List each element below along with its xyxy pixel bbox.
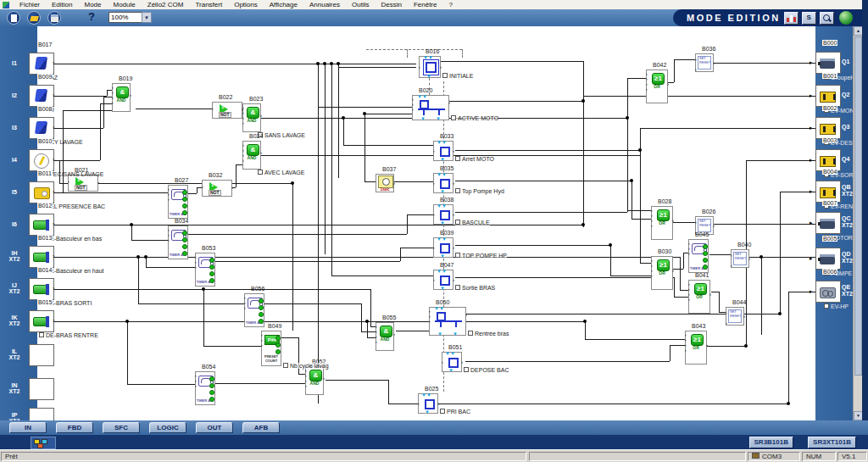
output-block-q1[interactable] xyxy=(815,52,841,74)
menu-item-fichier[interactable]: Fichier xyxy=(14,1,46,8)
fbd-block-B019[interactable]: ››››&AND› xyxy=(112,83,131,112)
menu-item--[interactable]: ? xyxy=(442,1,458,8)
fbd-block-B040[interactable]: SETRESET››› xyxy=(731,249,749,268)
fbd-block-B044[interactable]: SETRESET››› xyxy=(726,307,744,326)
tab-in[interactable]: IN xyxy=(9,422,47,433)
menu-item-edition[interactable]: Edition xyxy=(46,1,78,8)
tab-sfc[interactable]: SFC xyxy=(103,422,140,433)
menu-item-outils[interactable]: Outils xyxy=(346,1,375,8)
wire-segment xyxy=(364,114,412,114)
module-button-sr3b101b[interactable]: SR3B101B xyxy=(749,437,793,448)
fbd-block-B050[interactable]: ▼▼▼▼›››› xyxy=(429,307,466,336)
zoom-tool-icon[interactable] xyxy=(820,12,834,25)
module-button-sr3xt101b[interactable]: SR3XT101B xyxy=(808,437,856,448)
menu-item-transfert[interactable]: Transfert xyxy=(189,1,228,8)
fbd-block-B053[interactable]: ›››TIMER A-C xyxy=(195,253,215,287)
menu-item-z-lio2-com[interactable]: Zélio2 COM xyxy=(142,1,190,8)
fbd-block-B032[interactable]: ›1NOT› xyxy=(202,180,232,197)
fbd-block-B016[interactable]: ▼▼▼›› xyxy=(419,56,441,78)
input-block-il-xt2[interactable] xyxy=(29,344,54,366)
fbd-block-B054[interactable]: ›››TIMER A-C xyxy=(195,371,215,405)
wire-segment xyxy=(674,277,675,297)
fbd-block-B038[interactable]: ▼▼▼›› xyxy=(433,204,453,225)
fbd-block-B042[interactable]: ››››≥1OR› xyxy=(646,70,668,103)
fbd-block-B035[interactable]: ▼▼▼›› xyxy=(433,173,453,193)
wire-segment xyxy=(640,128,815,129)
status-version: V5.1 xyxy=(837,452,867,461)
fbd-block-B034[interactable]: ›››TIMER A-C xyxy=(168,225,188,259)
block-id-label: B042 xyxy=(653,62,666,68)
input-block-i1[interactable] xyxy=(29,53,54,75)
fbd-block-B025[interactable]: ▼▼▼›› xyxy=(418,393,438,414)
sfc-in-arrow-icon: ▼▼ xyxy=(445,352,455,356)
fbd-block-B028[interactable]: ››››≥1OR› xyxy=(651,206,673,240)
output-block-q3[interactable] xyxy=(815,117,841,139)
wire-segment xyxy=(632,219,651,220)
input-block-ij-xt2[interactable] xyxy=(29,278,54,300)
save-file-button[interactable] xyxy=(47,11,61,25)
menu-item-affichage[interactable]: Affichage xyxy=(264,1,303,8)
fbd-block-B021[interactable]: ›1NOT› xyxy=(68,175,98,192)
input-block-i3[interactable] xyxy=(29,117,54,139)
menu-item-annuaires[interactable]: Annuaires xyxy=(303,1,346,8)
fbd-block-B024[interactable]: ››››&AND› xyxy=(242,141,261,170)
open-file-button[interactable] xyxy=(27,11,41,25)
fbd-block-B051[interactable]: ▼▼▼›› xyxy=(442,352,462,372)
fbd-block-B047[interactable]: ▼▼▼›› xyxy=(433,270,453,290)
menu-item-fen-tre[interactable]: Fenêtre xyxy=(408,1,443,8)
input-block-ip-xt2[interactable] xyxy=(29,408,54,420)
tab-logic[interactable]: LOGIC xyxy=(149,422,186,433)
fbd-block-B039[interactable]: ▼▼▼›› xyxy=(433,237,453,258)
menu-item-module[interactable]: Module xyxy=(108,1,142,8)
help-button[interactable]: ? xyxy=(88,10,95,23)
menu-item-mode[interactable]: Mode xyxy=(78,1,107,8)
input-block-i5[interactable] xyxy=(29,181,54,203)
fbd-block-B023[interactable]: ››››&AND› xyxy=(242,103,261,132)
menu-item-options[interactable]: Options xyxy=(228,1,264,8)
input-block-ih-xt2[interactable] xyxy=(29,246,54,268)
input-block-i2[interactable] xyxy=(29,85,54,107)
output-block-qc-xt2[interactable] xyxy=(815,212,841,234)
scrollbar-thumb[interactable] xyxy=(854,36,862,376)
output-in-pin: ▸ xyxy=(810,188,813,194)
monitoring-icon[interactable] xyxy=(784,12,798,25)
block-id-label: B056 xyxy=(251,286,264,292)
fbd-block-B033[interactable]: ▼▼▼›› xyxy=(433,141,453,161)
supervision-s-icon[interactable]: S xyxy=(802,12,816,25)
wire-segment xyxy=(627,78,647,79)
output-port-qd-xt2: QDXT2 xyxy=(842,251,853,264)
input-block-in-xt2[interactable] xyxy=(29,378,54,400)
fbd-block-B056[interactable]: ›››TIMER A-C xyxy=(244,293,264,327)
tab-out[interactable]: OUT xyxy=(196,422,233,433)
zoom-select-arrow[interactable]: ▼ xyxy=(142,12,152,23)
fbd-block-B020[interactable]: ▼▼▼▼›››› xyxy=(412,95,449,120)
new-file-button[interactable] xyxy=(7,11,20,25)
fbd-canvas[interactable]: ››››&AND›B019››››&AND›B023SANS LAVAGE›››… xyxy=(0,26,853,420)
fbd-block-B043[interactable]: ››››≥1OR› xyxy=(685,331,707,365)
input-block-i4[interactable] xyxy=(29,149,54,171)
fbd-block-B037[interactable]: 1sec› xyxy=(376,174,394,192)
zoom-select[interactable]: 100% xyxy=(108,12,142,23)
input-block-i6[interactable] xyxy=(29,214,54,236)
module-config-icon[interactable] xyxy=(31,437,56,449)
fbd-block-B052[interactable]: ››››&AND› xyxy=(305,366,324,395)
output-block-q2[interactable] xyxy=(815,85,841,107)
fbd-block-B045[interactable]: ›››TIMER A-C xyxy=(688,239,709,273)
output-block-qe-xt2[interactable] xyxy=(815,281,841,303)
fbd-block-B049[interactable]: ›››P##PRESETCOUNT xyxy=(261,331,281,366)
tab-fbd[interactable]: FBD xyxy=(56,422,93,433)
block-id-label: B054 xyxy=(202,364,215,370)
fbd-block-B036[interactable]: SETRESET››› xyxy=(695,53,714,72)
tab-afb[interactable]: AFB xyxy=(242,422,280,433)
input-out-pin: › xyxy=(53,157,54,163)
fbd-block-B041[interactable]: ››››≥1OR› xyxy=(688,280,710,314)
input-block-ik-xt2[interactable] xyxy=(29,310,54,332)
output-block-qd-xt2[interactable] xyxy=(815,248,841,270)
menu-item-dessin[interactable]: Dessin xyxy=(375,1,407,8)
fbd-block-B030[interactable]: ››››≥1OR› xyxy=(651,256,673,290)
block-id-label: B028 xyxy=(658,198,671,204)
vertical-scrollbar[interactable]: ▲ ▼ xyxy=(853,26,862,420)
fbd-block-B027[interactable]: ›››TIMER A-C xyxy=(168,185,188,219)
fbd-block-B022[interactable]: ›1NOT› xyxy=(212,102,242,119)
fbd-block-B055[interactable]: ››››&AND› xyxy=(376,322,394,351)
